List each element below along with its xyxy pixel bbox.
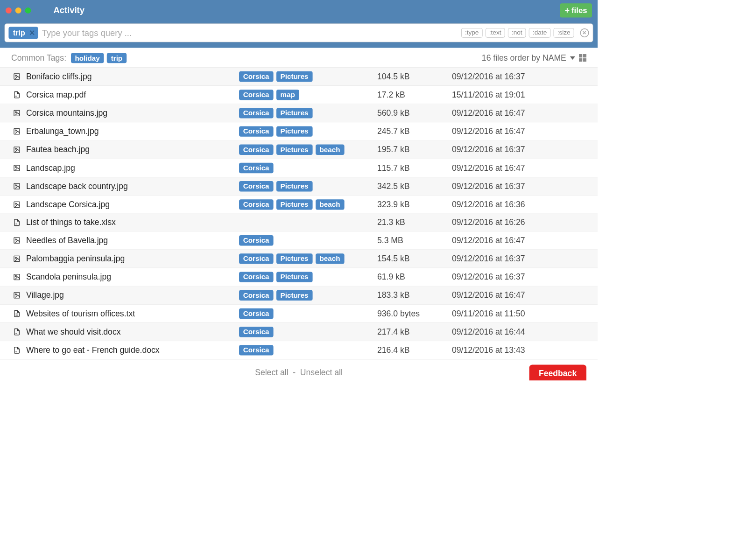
- filter-chip-date[interactable]: :date: [529, 28, 550, 38]
- filter-chip-size[interactable]: :size: [554, 28, 574, 38]
- file-tags: CorsicaPictures: [239, 108, 377, 118]
- minimize-window-button[interactable]: [15, 7, 21, 14]
- file-list: Bonifacio cliffs.jpgCorsicaPictures104.5…: [0, 68, 598, 360]
- file-tags: Corsica: [239, 163, 377, 173]
- image-file-icon: [11, 109, 22, 118]
- file-tag[interactable]: Corsica: [239, 199, 273, 210]
- file-tag[interactable]: beach: [316, 145, 345, 155]
- image-file-icon: [11, 146, 22, 154]
- docx-file-icon: w: [11, 346, 22, 355]
- add-files-button[interactable]: + files: [560, 3, 592, 17]
- image-file-icon: [11, 201, 22, 209]
- file-row[interactable]: Bonifacio cliffs.jpgCorsicaPictures104.5…: [0, 68, 598, 86]
- file-tag[interactable]: beach: [316, 253, 345, 264]
- file-row[interactable]: Fautea beach.jpgCorsicaPicturesbeach195.…: [0, 141, 598, 159]
- file-size: 104.5 kB: [377, 72, 452, 82]
- file-date: 15/11/2016 at 19:01: [452, 90, 586, 100]
- file-row[interactable]: Erbalunga_town.jpgCorsicaPictures245.7 k…: [0, 122, 598, 140]
- file-row[interactable]: ACorsica map.pdfCorsicamap17.2 kB15/11/2…: [0, 86, 598, 104]
- file-tag[interactable]: Corsica: [239, 345, 273, 355]
- grid-view-icon[interactable]: [579, 54, 586, 62]
- svg-rect-16: [14, 238, 20, 243]
- common-tag-holiday[interactable]: holiday: [71, 53, 104, 63]
- svg-point-8: [15, 148, 17, 149]
- file-tag[interactable]: Corsica: [239, 181, 273, 191]
- file-tag[interactable]: Pictures: [276, 272, 313, 282]
- file-row[interactable]: Corsica mountains.jpgCorsicaPictures560.…: [0, 104, 598, 122]
- maximize-window-button[interactable]: [25, 7, 31, 14]
- svg-rect-5: [14, 129, 20, 134]
- file-row[interactable]: Websites of tourism offices.txtCorsica93…: [0, 305, 598, 323]
- file-tag[interactable]: Pictures: [276, 253, 313, 264]
- filter-chip-not[interactable]: :not: [508, 28, 526, 38]
- file-tag[interactable]: Corsica: [239, 290, 273, 301]
- file-tag[interactable]: Corsica: [239, 327, 273, 337]
- file-tag[interactable]: Corsica: [239, 235, 273, 245]
- file-row[interactable]: wWhat we should visit.docxCorsica217.4 k…: [0, 323, 598, 341]
- file-tag[interactable]: Corsica: [239, 272, 273, 282]
- file-tag[interactable]: Corsica: [239, 108, 273, 118]
- svg-point-12: [15, 185, 17, 186]
- file-tag[interactable]: Pictures: [276, 108, 313, 118]
- file-tags: CorsicaPicturesbeach: [239, 253, 377, 264]
- file-tag[interactable]: Corsica: [239, 145, 273, 155]
- file-tags: CorsicaPicturesbeach: [239, 199, 377, 210]
- unselect-all-link[interactable]: Unselect all: [300, 368, 343, 377]
- file-date: 09/12/2016 at 16:47: [452, 290, 586, 300]
- file-row[interactable]: Scandola peninsula.jpgCorsicaPictures61.…: [0, 268, 598, 286]
- toolbar: Common Tags: holidaytrip 16 files order …: [0, 48, 598, 67]
- file-tag[interactable]: Pictures: [276, 181, 313, 191]
- svg-text:x: x: [15, 222, 17, 225]
- separator: -: [293, 368, 296, 377]
- file-row[interactable]: xList of things to take.xlsx21.3 kB09/12…: [0, 214, 598, 231]
- sort-control[interactable]: 16 files order by NAME: [482, 53, 586, 63]
- filter-chip-text[interactable]: :text: [486, 28, 505, 38]
- active-search-tag-label: trip: [13, 28, 25, 37]
- close-window-button[interactable]: [6, 7, 12, 14]
- file-tag[interactable]: Pictures: [276, 290, 313, 301]
- file-name: What we should visit.docx: [22, 327, 239, 337]
- file-tag[interactable]: Corsica: [239, 71, 273, 82]
- image-file-icon: [11, 291, 22, 300]
- file-tag[interactable]: Pictures: [276, 199, 313, 210]
- searchbar[interactable]: trip ✕ :type:text:not:date:size ✕: [5, 23, 593, 42]
- file-tag[interactable]: beach: [316, 199, 345, 210]
- active-search-tag[interactable]: trip ✕: [8, 27, 38, 39]
- file-row[interactable]: Landscape back country.jpgCorsicaPicture…: [0, 177, 598, 196]
- feedback-button[interactable]: Feedback: [529, 365, 586, 381]
- file-tag[interactable]: Pictures: [276, 71, 313, 82]
- window-title: Activity: [53, 5, 84, 15]
- common-tag-trip[interactable]: trip: [107, 53, 127, 63]
- filter-chip-type[interactable]: :type: [461, 28, 482, 38]
- file-name: Palombaggia peninsula.jpg: [22, 254, 239, 264]
- file-tag[interactable]: Corsica: [239, 90, 273, 100]
- file-tag[interactable]: Corsica: [239, 253, 273, 264]
- clear-search-icon[interactable]: ✕: [580, 28, 589, 37]
- file-row[interactable]: Village.jpgCorsicaPictures183.3 kB09/12/…: [0, 287, 598, 305]
- select-all-link[interactable]: Select all: [255, 368, 288, 377]
- file-tags: CorsicaPictures: [239, 71, 377, 82]
- file-tag[interactable]: map: [276, 90, 299, 100]
- file-tag[interactable]: Pictures: [276, 126, 313, 136]
- file-row[interactable]: Needles of Bavella.jpgCorsica5.3 MB09/12…: [0, 231, 598, 250]
- file-date: 09/12/2016 at 16:37: [452, 182, 586, 191]
- chevron-down-icon: [570, 56, 575, 59]
- search-input[interactable]: [42, 28, 458, 38]
- file-name: Corsica map.pdf: [22, 90, 239, 100]
- file-date: 09/12/2016 at 16:37: [452, 72, 586, 82]
- file-row[interactable]: Landscape Corsica.jpgCorsicaPicturesbeac…: [0, 196, 598, 214]
- file-row[interactable]: Landscap.jpgCorsica115.7 kB09/12/2016 at…: [0, 159, 598, 177]
- titlebar: Activity + files: [0, 0, 598, 21]
- file-row[interactable]: wWhere to go eat - French guide.docxCors…: [0, 341, 598, 359]
- file-row[interactable]: Palombaggia peninsula.jpgCorsicaPictures…: [0, 250, 598, 268]
- file-size: 216.4 kB: [377, 345, 452, 355]
- file-tag[interactable]: Corsica: [239, 308, 273, 319]
- file-tag[interactable]: Corsica: [239, 126, 273, 136]
- file-size: 183.3 kB: [377, 290, 452, 300]
- file-tag[interactable]: Corsica: [239, 163, 273, 173]
- file-tags: Corsica: [239, 327, 377, 337]
- remove-tag-icon[interactable]: ✕: [29, 28, 35, 37]
- svg-rect-18: [14, 256, 20, 261]
- plus-icon: +: [565, 6, 570, 15]
- file-tag[interactable]: Pictures: [276, 145, 313, 155]
